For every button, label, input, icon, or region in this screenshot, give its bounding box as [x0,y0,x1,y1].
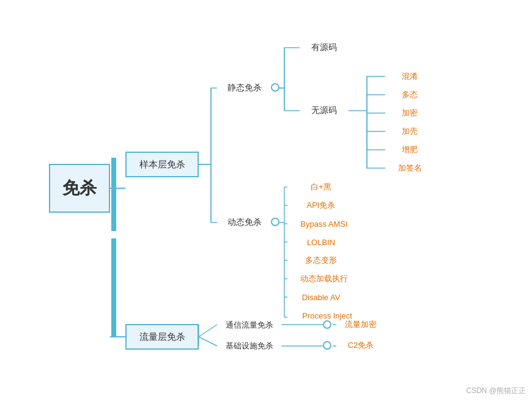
l4-bloat-label: 增肥 [402,144,418,155]
l4-sign-node: 加签名 [385,160,434,176]
svg-line-18 [199,337,217,346]
l1-sample-node: 样本层免杀 [125,152,199,177]
circle-dynamic [271,218,279,226]
svg-rect-0 [111,158,116,231]
l3-no-source-label: 无源码 [311,105,337,116]
l2-traffic-flow-label: 通信流量免杀 [226,320,273,331]
l4-sign-label: 加签名 [398,163,422,174]
l3-dynamic-load-node: 动态加载执行 [287,271,361,287]
l1-traffic-node: 流量层免杀 [125,324,199,350]
l3-dynamic-load-label: 动态加载执行 [300,273,348,284]
l3-no-source-node: 无源码 [300,103,349,119]
l3-polymorph-label: 多态变形 [305,255,337,266]
l1-sample-label: 样本层免杀 [139,159,185,171]
l3-has-source-node: 有源码 [300,40,349,56]
l3-c2-bypass-node: C2免杀 [336,337,385,353]
l3-whitelist-node: 白+黑 [287,179,355,195]
l3-whitelist-label: 白+黑 [311,182,331,193]
l4-encrypt-node: 加密 [385,105,434,121]
svg-line-17 [199,325,217,337]
l3-disable-av-label: Disable AV [302,293,341,302]
l2-static-node: 静态免杀 [217,78,272,98]
l3-has-source-label: 有源码 [311,42,337,53]
watermark: CSDN @熊猫正正 [466,386,526,396]
l3-lolbin-label: LOLBIN [307,238,335,247]
l4-encrypt-label: 加密 [402,108,418,119]
circle-traffic-flow [323,320,331,329]
l2-dynamic-label: 动态免杀 [227,217,262,228]
l3-api-bypass-node: API免杀 [287,197,355,213]
l2-dynamic-node: 动态免杀 [217,213,272,232]
l4-pack-label: 加壳 [402,126,418,137]
root-node: 免杀 [49,164,110,213]
l2-infra-label: 基础设施免杀 [226,340,273,351]
l3-polymorph-node: 多态变形 [287,252,355,268]
l3-amsi-node: Bypass AMSI [287,216,361,232]
l3-lolbin-node: LOLBIN [287,234,355,250]
l3-c2-bypass-label: C2免杀 [348,340,374,351]
l2-infra-node: 基础设施免杀 [217,337,281,355]
l3-flow-encrypt-node: 流量加密 [336,317,385,333]
circle-infra [323,341,331,350]
l2-traffic-flow-node: 通信流量免杀 [217,317,281,334]
l4-bloat-node: 增肥 [385,142,434,158]
svg-rect-2 [111,238,116,337]
mind-map-diagram: 免杀 样本层免杀 流量层免杀 静态免杀 动态免杀 有源码 无源码 混淆 多态 加… [0,0,532,401]
l4-polymorphic-node: 多态 [385,87,434,103]
l3-amsi-label: Bypass AMSI [300,219,347,229]
l4-obfuscate-label: 混淆 [402,71,418,82]
l3-disable-av-node: Disable AV [287,289,355,305]
l2-static-label: 静态免杀 [227,83,262,94]
circle-static [271,83,279,92]
root-label: 免杀 [62,177,97,200]
l4-obfuscate-node: 混淆 [385,68,434,84]
l4-pack-node: 加壳 [385,123,434,139]
l3-flow-encrypt-label: 流量加密 [345,319,377,330]
l4-polymorphic-label: 多态 [402,89,418,100]
l1-traffic-label: 流量层免杀 [139,331,185,343]
l3-api-bypass-label: API免杀 [307,200,336,211]
